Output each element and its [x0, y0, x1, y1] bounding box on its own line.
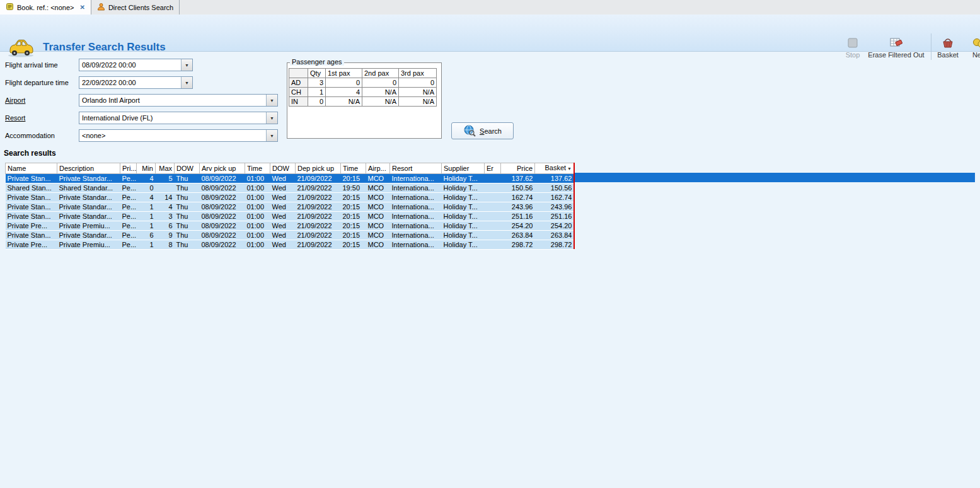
tab-booking-ref[interactable]: Book. ref.: <none> ✕: [0, 0, 91, 15]
results-cell[interactable]: MCO: [366, 174, 390, 183]
results-cell[interactable]: Holiday T...: [442, 193, 485, 202]
chevron-down-icon[interactable]: ▼: [266, 130, 277, 141]
results-cell[interactable]: 01:00: [245, 193, 270, 202]
flight-departure-time-combobox[interactable]: 22/09/2022 00:00 ▼: [79, 76, 193, 89]
passenger-cell[interactable]: 1: [308, 88, 326, 97]
results-cell[interactable]: 6: [137, 231, 156, 240]
passenger-cell[interactable]: 0: [308, 97, 326, 107]
results-cell[interactable]: 08/09/2022: [200, 212, 245, 221]
results-column-header[interactable]: DOW: [175, 163, 200, 174]
results-column-header[interactable]: Max: [156, 163, 175, 174]
results-cell[interactable]: 254.20: [535, 221, 574, 231]
results-cell[interactable]: Wed: [270, 183, 296, 193]
results-column-header[interactable]: Price: [501, 163, 535, 174]
results-cell[interactable]: Private Standar...: [57, 202, 120, 212]
results-cell[interactable]: 08/09/2022: [200, 221, 245, 231]
results-cell[interactable]: Holiday T...: [442, 221, 485, 231]
results-cell[interactable]: 1: [137, 212, 156, 221]
results-cell[interactable]: Private Premiu...: [57, 221, 120, 231]
passenger-cell[interactable]: 4: [326, 88, 362, 97]
results-cell[interactable]: Private Pre...: [6, 240, 57, 250]
passenger-cell[interactable]: N/A: [399, 97, 437, 107]
results-cell[interactable]: Pe...: [120, 202, 137, 212]
results-cell[interactable]: [485, 193, 501, 202]
results-cell[interactable]: Thu: [175, 183, 200, 193]
results-cell[interactable]: 4: [137, 193, 156, 202]
results-cell[interactable]: Wed: [270, 221, 296, 231]
results-row[interactable]: Private Stan...Private Standar...Pe...45…: [6, 174, 574, 183]
results-cell[interactable]: [485, 183, 501, 193]
results-cell[interactable]: 1: [137, 240, 156, 250]
results-cell[interactable]: 1: [137, 202, 156, 212]
results-cell[interactable]: MCO: [366, 183, 390, 193]
results-cell[interactable]: 243.96: [535, 202, 574, 212]
chevron-down-icon[interactable]: ▼: [266, 95, 277, 106]
results-cell[interactable]: 4: [156, 202, 175, 212]
results-cell[interactable]: 01:00: [245, 240, 270, 250]
results-column-header[interactable]: Dep pick up: [296, 163, 341, 174]
results-cell[interactable]: 251.16: [501, 212, 535, 221]
results-cell[interactable]: Shared Stan...: [6, 183, 57, 193]
chevron-down-icon[interactable]: ▼: [181, 77, 192, 88]
results-cell[interactable]: Internationa...: [390, 231, 442, 240]
passenger-cell[interactable]: 0: [362, 78, 399, 88]
results-cell[interactable]: 4: [137, 174, 156, 183]
results-cell[interactable]: Thu: [175, 212, 200, 221]
results-cell[interactable]: MCO: [366, 193, 390, 202]
results-column-header[interactable]: Name: [6, 163, 57, 174]
results-row[interactable]: Private Pre...Private Premiu...Pe...18Th…: [6, 240, 574, 250]
results-cell[interactable]: 243.96: [501, 202, 535, 212]
results-cell[interactable]: 263.84: [535, 231, 574, 240]
results-cell[interactable]: Private Standar...: [57, 212, 120, 221]
results-cell[interactable]: Pe...: [120, 174, 137, 183]
results-cell[interactable]: [485, 221, 501, 231]
results-column-header[interactable]: Airp...: [366, 163, 390, 174]
results-cell[interactable]: [485, 212, 501, 221]
results-cell[interactable]: 08/09/2022: [200, 231, 245, 240]
selected-row-extension[interactable]: [575, 173, 975, 182]
results-row[interactable]: Shared Stan...Shared Standar...Pe...0Thu…: [6, 183, 574, 193]
results-column-header[interactable]: Min: [137, 163, 156, 174]
results-column-header[interactable]: Arv pick up: [200, 163, 245, 174]
results-row[interactable]: Private Stan...Private Standar...Pe...41…: [6, 193, 574, 202]
results-cell[interactable]: Internationa...: [390, 221, 442, 231]
results-cell[interactable]: 263.84: [501, 231, 535, 240]
results-column-header[interactable]: Time: [245, 163, 270, 174]
results-cell[interactable]: Wed: [270, 231, 296, 240]
results-cell[interactable]: Private Stan...: [6, 174, 57, 183]
results-cell[interactable]: 01:00: [245, 202, 270, 212]
results-cell[interactable]: Thu: [175, 193, 200, 202]
results-cell[interactable]: 20:15: [341, 202, 366, 212]
results-cell[interactable]: [156, 183, 175, 193]
results-cell[interactable]: 20:15: [341, 240, 366, 250]
search-button[interactable]: Search: [451, 122, 514, 139]
results-cell[interactable]: 137.62: [535, 174, 574, 183]
results-cell[interactable]: Private Stan...: [6, 193, 57, 202]
results-row[interactable]: Private Stan...Private Standar...Pe...69…: [6, 231, 574, 240]
results-cell[interactable]: 01:00: [245, 174, 270, 183]
results-cell[interactable]: Pe...: [120, 240, 137, 250]
nett-button[interactable]: Nett: [963, 37, 980, 59]
results-cell[interactable]: Internationa...: [390, 212, 442, 221]
results-column-header[interactable]: Time: [341, 163, 366, 174]
results-cell[interactable]: MCO: [366, 212, 390, 221]
results-cell[interactable]: Private Standar...: [57, 174, 120, 183]
results-cell[interactable]: Internationa...: [390, 174, 442, 183]
airport-link-label[interactable]: Airport: [5, 94, 25, 107]
accommodation-combobox[interactable]: <none> ▼: [79, 129, 278, 142]
chevron-down-icon[interactable]: ▼: [266, 112, 277, 124]
results-cell[interactable]: 21/09/2022: [296, 202, 341, 212]
results-column-header[interactable]: Basket▼: [535, 163, 574, 174]
results-cell[interactable]: 21/09/2022: [296, 183, 341, 193]
results-cell[interactable]: 298.72: [535, 240, 574, 250]
results-cell[interactable]: Thu: [175, 202, 200, 212]
passenger-cell[interactable]: N/A: [362, 97, 399, 107]
results-column-header[interactable]: DOW: [270, 163, 296, 174]
results-cell[interactable]: 21/09/2022: [296, 174, 341, 183]
erase-filtered-out-button[interactable]: Erase Filtered Out: [865, 37, 928, 59]
results-cell[interactable]: 20:15: [341, 231, 366, 240]
flight-arrival-time-combobox[interactable]: 08/09/2022 00:00 ▼: [79, 59, 193, 71]
results-column-header[interactable]: Resort: [390, 163, 442, 174]
results-row[interactable]: Private Stan...Private Standar...Pe...14…: [6, 202, 574, 212]
results-cell[interactable]: Internationa...: [390, 202, 442, 212]
